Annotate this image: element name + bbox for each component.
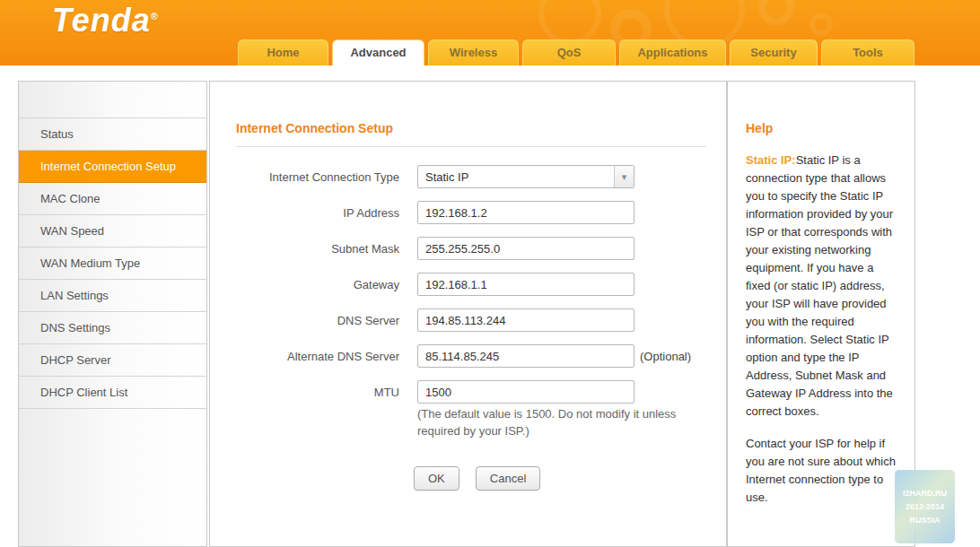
subnet-mask-input[interactable] [417,237,634,260]
sidebar-item-dhcp-client-list[interactable]: DHCP Client List [19,377,206,409]
tenda-logo: Tenda® [52,2,159,39]
watermark-line: RUSSIA [909,514,940,527]
internet-connection-setup-panel: Internet Connection Setup Internet Conne… [209,81,727,547]
tab-applications[interactable]: Applications [619,39,726,65]
decorative-bubble [758,0,794,25]
connection-type-label: Internet Connection Type [236,170,399,184]
form-row-gateway: Gateway [236,273,701,296]
chevron-down-icon: ▾ [614,166,634,187]
title-divider [236,146,706,147]
decorative-bubble [809,13,833,36]
connection-type-select[interactable]: Static IP ▾ [417,165,634,188]
tab-advanced[interactable]: Advanced [332,39,424,65]
dns-server-input[interactable] [417,308,634,332]
tab-security[interactable]: Security [730,39,818,65]
dns-server-label: DNS Server [236,314,399,327]
app-header: Tenda® Home Advanced Wireless QoS Applic… [0,0,980,65]
sidebar-item-mac-clone[interactable]: MAC Clone [19,183,206,215]
sidebar-filler [19,409,206,547]
sidebar-item-wan-speed[interactable]: WAN Speed [19,215,206,247]
gateway-label: Gateway [236,278,399,291]
page-title: Internet Connection Setup [236,121,701,135]
optional-hint: (Optional) [640,350,691,363]
sidebar-item-status[interactable]: Status [19,118,206,151]
help-term: Static IP: [746,153,796,167]
sidebar-header [19,82,206,118]
sidebar-item-dhcp-server[interactable]: DHCP Server [19,344,206,377]
sidebar-item-lan-settings[interactable]: LAN Settings [19,280,206,312]
decorative-bubble [538,0,601,45]
alternate-dns-server-input[interactable] [417,344,634,368]
form-row-mtu: MTU [236,380,701,404]
form-actions: OK Cancel [414,466,701,491]
help-panel: Help Static IP:Static IP is a connection… [727,81,915,547]
ip-address-input[interactable] [417,201,634,224]
gateway-input[interactable] [417,273,634,296]
sidebar-item-wan-medium-type[interactable]: WAN Medium Type [19,247,206,280]
registered-mark: ® [151,11,159,22]
mtu-label: MTU [236,386,399,399]
selected-option: Static IP [418,170,614,184]
form-row-ip-address: IP Address [236,201,701,224]
tab-qos[interactable]: QoS [522,39,616,65]
mtu-note: (The default value is 1500. Do not modif… [417,405,697,439]
alternate-dns-server-label: Alternate DNS Server [236,350,399,363]
tab-tools[interactable]: Tools [821,39,914,65]
form-row-subnet-mask: Subnet Mask [236,237,701,260]
sidebar-item-dns-settings[interactable]: DNS Settings [19,312,206,344]
tab-home[interactable]: Home [238,39,328,65]
main-nav-tabs: Home Advanced Wireless QoS Applications … [238,39,914,65]
cancel-button[interactable]: Cancel [476,466,540,491]
tab-wireless[interactable]: Wireless [428,39,519,65]
watermark-line: I2HARD.RU [903,487,947,500]
ok-button[interactable]: OK [414,466,459,491]
help-title: Help [746,121,900,135]
watermark-stamp: I2HARD.RU 2012-2014 RUSSIA [895,470,955,543]
ip-address-label: IP Address [236,206,399,220]
help-paragraph-1: Static IP:Static IP is a connection type… [746,152,900,421]
subnet-mask-label: Subnet Mask [236,242,399,256]
watermark-line: 2012-2014 [906,500,944,514]
form-row-connection-type: Internet Connection Type Static IP ▾ [236,165,701,188]
sidebar-item-internet-connection-setup[interactable]: Internet Connection Setup [19,151,206,183]
sidebar: Status Internet Connection Setup MAC Clo… [18,81,207,547]
help-paragraph-2: Contact your ISP for help if you are not… [746,435,900,507]
form-row-dns-server: DNS Server [236,308,701,332]
mtu-input[interactable] [417,380,634,404]
form-row-alternate-dns-server: Alternate DNS Server (Optional) [236,344,701,368]
